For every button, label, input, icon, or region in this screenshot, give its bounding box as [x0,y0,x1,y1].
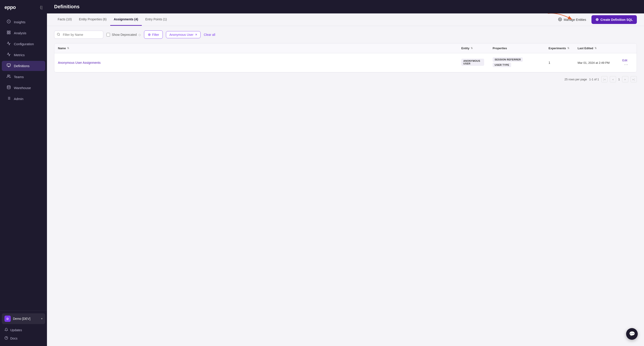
docs-icon [4,336,8,340]
sidebar-item-updates[interactable]: Updates [2,326,45,334]
property-tag-user-type: USER TYPE [492,63,511,67]
tab-facts[interactable]: Facts (10) [54,14,75,26]
tab-entry-points[interactable]: Entry Points (1) [142,14,170,26]
workspace-avatar: D [4,315,11,322]
sidebar-item-warehouse-label: Warehouse [14,86,31,90]
cell-experiments: 1 [545,53,574,72]
cell-name: Anonymous User Assignments [54,53,458,72]
sort-icon-entity[interactable]: ⇅ [471,47,473,50]
filter-button[interactable]: ⊕ Filter [144,31,163,39]
chevron-down-icon: ▾ [41,317,42,320]
col-header-last-edited: Last Edited ⇅ [574,44,619,53]
sidebar-item-configuration[interactable]: Configuration [2,39,45,49]
deprecated-diamond-icon: ◇ [138,33,141,37]
search-input-wrap [54,31,103,39]
svg-rect-5 [7,64,10,66]
tab-entity-properties[interactable]: Entity Properties (6) [75,14,110,26]
more-options-icon[interactable]: ⋯ [624,62,628,67]
sidebar-item-admin[interactable]: Admin [2,94,45,104]
search-icon [57,33,60,37]
sidebar-item-teams[interactable]: Teams [2,72,45,82]
svg-rect-1 [7,31,8,32]
search-input[interactable] [54,31,103,39]
svg-point-8 [8,75,9,76]
sidebar-item-admin-label: Admin [14,97,24,101]
sidebar-header: eppo ⟨| [0,0,47,15]
configuration-icon [6,41,11,47]
show-deprecated-checkbox[interactable] [106,33,110,37]
svg-point-18 [560,19,560,20]
chat-bubble-button[interactable]: 💬 [626,328,638,340]
sidebar-collapse-button[interactable]: ⟨| [39,4,44,11]
next-page-button[interactable]: ▸ [622,76,628,82]
svg-line-21 [59,35,60,36]
cell-last-edited: Mar 01, 2024 at 2:49 PM [574,53,619,72]
create-btn-label: Create Definition SQL [600,18,633,22]
sidebar-item-metrics[interactable]: Metrics [2,50,45,60]
sidebar-item-configuration-label: Configuration [14,42,34,46]
prev-page-button[interactable]: ◂ [610,76,616,82]
cell-properties: SESSION REFERRER USER TYPE [489,53,545,72]
gear-icon [558,18,562,22]
filter-btn-label: Filter [152,33,159,37]
page-title: Definitions [54,4,80,10]
sidebar-item-insights-label: Insights [14,20,26,24]
plus-circle-icon: ⊕ [596,17,598,22]
sidebar-item-warehouse[interactable]: Warehouse [2,83,45,93]
teams-icon [6,74,11,80]
app-logo: eppo [4,5,16,10]
property-tag-session-referrer: SESSION REFERRER [492,57,523,62]
sidebar: eppo ⟨| Insights Analysis Configuration [0,0,47,346]
sort-icon-experiments[interactable]: ⇅ [567,47,569,50]
create-definition-sql-button[interactable]: ⊕ Create Definition SQL [592,15,637,24]
sidebar-item-insights[interactable]: Insights [2,17,45,27]
col-header-entity: Entity ⇅ [458,44,489,53]
metrics-icon [6,52,11,58]
edit-link[interactable]: Edit [622,59,627,62]
updates-label: Updates [10,328,22,332]
sidebar-item-teams-label: Teams [14,75,24,79]
manage-entities-label: Manage Entities [564,18,586,22]
analysis-icon [6,31,11,36]
rows-per-page-label: 25 rows per page [564,78,587,81]
svg-rect-2 [9,31,10,32]
remove-filter-button[interactable]: × [195,33,197,37]
sidebar-item-analysis[interactable]: Analysis [2,28,45,38]
entity-tag-anonymous-user: ANONYMOUS USER [461,59,484,66]
filters-row: Show Deprecated ◇ ⊕ Filter Anonymous Use… [47,26,644,43]
main-content: Definitions Facts (10) Entity Properties… [47,0,644,346]
content-area: Facts (10) Entity Properties (6) Assignm… [47,14,644,346]
plus-icon: ⊕ [148,33,151,37]
sidebar-item-metrics-label: Metrics [14,53,24,57]
workspace-name: Demo [DEV] [13,317,39,320]
updates-icon [4,328,8,332]
manage-entities-button[interactable]: Manage Entities [556,16,589,24]
current-page-number: 1 [618,78,620,81]
sidebar-item-definitions[interactable]: Definitions [2,61,45,71]
tabs-bar: Facts (10) Entity Properties (6) Assignm… [47,14,644,26]
svg-rect-3 [7,33,8,34]
tabs-list: Facts (10) Entity Properties (6) Assignm… [54,14,170,26]
last-page-button[interactable]: ▸| [630,76,637,82]
sidebar-item-analysis-label: Analysis [14,31,26,35]
admin-icon [6,96,11,101]
col-header-actions [619,44,636,53]
col-header-properties: Properties [489,44,545,53]
sort-icon-last-edited[interactable]: ⇅ [594,47,596,50]
cell-entity: ANONYMOUS USER [458,53,489,72]
sort-icon-name[interactable]: ⇅ [67,47,69,50]
page-range-label: 1-1 of 1 [589,78,599,81]
table-header-row: Name ⇅ Entity ⇅ Properti [54,44,636,53]
sidebar-item-docs[interactable]: Docs [2,334,45,342]
assignment-name-link[interactable]: Anonymous User Assignments [58,61,100,65]
tab-assignments[interactable]: Assignments (4) [110,14,142,26]
col-header-experiments: Experiments ⇅ [545,44,574,53]
clear-all-button[interactable]: Clear all [204,33,215,37]
sidebar-item-definitions-label: Definitions [14,64,30,68]
sidebar-bottom: D Demo [DEV] ▾ Updates Docs [0,310,47,346]
workspace-switcher[interactable]: D Demo [DEV] ▾ [2,313,45,324]
first-page-button[interactable]: |◂ [601,76,608,82]
tabs-bar-wrap: Facts (10) Entity Properties (6) Assignm… [47,14,644,26]
definitions-icon [6,63,11,69]
topbar: Definitions [47,0,644,14]
